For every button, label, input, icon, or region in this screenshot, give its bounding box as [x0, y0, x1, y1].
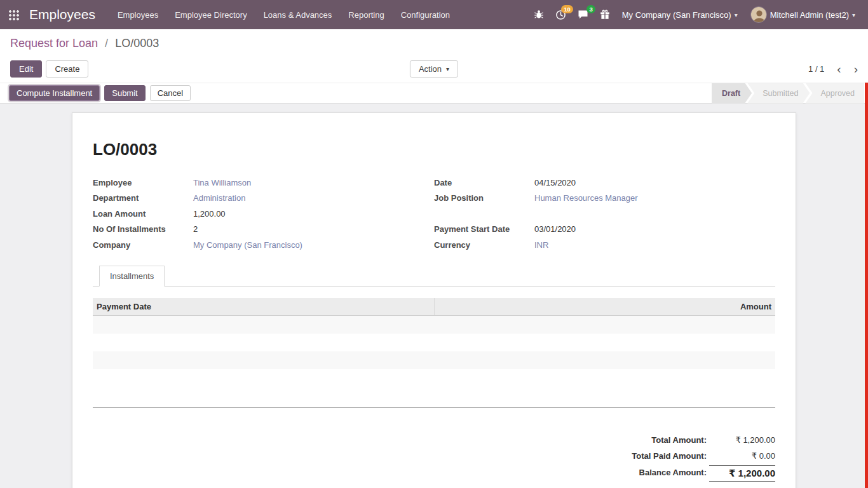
- gift-icon: [600, 10, 610, 20]
- field-value-employee[interactable]: Tina Williamson: [193, 178, 251, 187]
- breadcrumb: Request for Loan / LO/0003: [0, 29, 868, 55]
- systray: 10 3 My Company (San Fran: [528, 0, 862, 29]
- balance-amount-label: Balance Amount:: [639, 468, 707, 477]
- total-paid-value: ₹ 0.00: [709, 451, 775, 461]
- messages-button[interactable]: 3: [572, 0, 594, 29]
- total-paid-label: Total Paid Amount:: [632, 451, 707, 461]
- total-amount-value: ₹ 1,200.00: [709, 435, 775, 445]
- action-label: Action: [419, 64, 442, 74]
- user-menu[interactable]: Mitchell Admin (test2) ▾: [744, 0, 862, 29]
- apps-menu-button[interactable]: [0, 0, 27, 29]
- create-button[interactable]: Create: [46, 60, 88, 78]
- user-name: Mitchell Admin (test2): [770, 10, 849, 20]
- table-empty-row: [93, 316, 775, 334]
- company-switcher[interactable]: My Company (San Francisco) ▾: [616, 0, 744, 29]
- field-column-right: Date 04/15/2020 Job Position Human Resou…: [434, 175, 775, 253]
- field-label-company: Company: [93, 240, 193, 250]
- rewards-button[interactable]: [594, 0, 616, 29]
- activities-button[interactable]: 10: [550, 0, 572, 29]
- field-label-department: Department: [93, 193, 193, 203]
- control-row: Edit Create Action ▾ 1 / 1 ‹ ›: [0, 55, 868, 83]
- breadcrumb-current: LO/0003: [115, 37, 159, 50]
- status-approved[interactable]: Approved: [805, 83, 864, 104]
- table-empty-row: [93, 334, 775, 351]
- app-name[interactable]: Employees: [29, 7, 95, 22]
- field-grid: Employee Tina Williamson Department Admi…: [93, 175, 775, 253]
- field-label-currency: Currency: [434, 240, 534, 250]
- breadcrumb-parent[interactable]: Request for Loan: [10, 37, 98, 50]
- column-header-payment-date[interactable]: Payment Date: [93, 298, 434, 315]
- pager: 1 / 1 ‹ ›: [808, 63, 858, 75]
- right-edge-strip: [865, 83, 868, 488]
- field-label-installments: No Of Installments: [93, 224, 193, 234]
- menu-employees[interactable]: Employees: [109, 0, 166, 29]
- submit-button[interactable]: Submit: [104, 85, 145, 101]
- field-value-date: 04/15/2020: [534, 178, 576, 187]
- field-label-date: Date: [434, 178, 534, 187]
- field-label-payment-start-date: Payment Start Date: [434, 224, 534, 234]
- field-label-employee: Employee: [93, 178, 193, 187]
- field-column-left: Employee Tina Williamson Department Admi…: [93, 175, 434, 253]
- field-value-company[interactable]: My Company (San Francisco): [193, 240, 302, 250]
- content-area: LO/0003 Employee Tina Williamson Departm…: [0, 104, 868, 488]
- status-submitted[interactable]: Submitted: [747, 83, 810, 104]
- cancel-button[interactable]: Cancel: [150, 85, 191, 101]
- pager-previous-button[interactable]: ‹: [837, 63, 841, 75]
- chevron-down-icon: ▾: [735, 11, 738, 18]
- status-draft[interactable]: Draft: [712, 83, 752, 104]
- field-row-spacer: [434, 206, 775, 222]
- edit-button[interactable]: Edit: [10, 60, 42, 78]
- tab-installments[interactable]: Installments: [99, 266, 165, 287]
- column-header-amount[interactable]: Amount: [434, 298, 775, 315]
- debug-button[interactable]: [528, 0, 550, 29]
- chevron-down-icon: ▾: [446, 65, 449, 72]
- menu-loans-advances[interactable]: Loans & Advances: [255, 0, 341, 29]
- status-pipeline: Draft Submitted Approved: [712, 83, 864, 104]
- field-value-installments: 2: [193, 224, 198, 234]
- avatar: [750, 6, 767, 23]
- main-menu: Employees Employee Directory Loans & Adv…: [109, 0, 458, 29]
- company-name: My Company (San Francisco): [622, 10, 731, 20]
- table-empty-row: [93, 369, 775, 387]
- table-header: Payment Date Amount: [93, 298, 775, 316]
- field-value-currency[interactable]: INR: [534, 240, 548, 250]
- compute-installment-button[interactable]: Compute Installment: [9, 85, 100, 101]
- table-footer-divider: [93, 387, 775, 408]
- pager-next-button[interactable]: ›: [854, 63, 858, 75]
- field-value-department[interactable]: Administration: [193, 193, 245, 203]
- action-dropdown-button[interactable]: Action ▾: [410, 60, 458, 78]
- field-label-job-position: Job Position: [434, 193, 534, 203]
- top-navbar: Employees Employees Employee Directory L…: [0, 0, 868, 29]
- field-value-job-position[interactable]: Human Resources Manager: [534, 193, 638, 203]
- apps-grid-icon: [8, 10, 19, 20]
- pager-count: 1 / 1: [808, 64, 824, 74]
- notebook-tabs: Installments: [93, 266, 775, 287]
- field-value-payment-start-date: 03/01/2020: [534, 224, 576, 234]
- record-title: LO/0003: [93, 140, 775, 159]
- bug-icon: [534, 10, 544, 20]
- menu-configuration[interactable]: Configuration: [393, 0, 458, 29]
- breadcrumb-separator: /: [105, 37, 108, 50]
- chevron-down-icon: ▾: [852, 11, 855, 18]
- installments-table: Payment Date Amount: [93, 298, 775, 408]
- table-empty-row: [93, 351, 775, 369]
- total-amount-label: Total Amount:: [651, 435, 707, 445]
- field-value-loan-amount: 1,200.00: [193, 209, 226, 219]
- form-sheet: LO/0003 Employee Tina Williamson Departm…: [72, 112, 796, 488]
- balance-amount-value: ₹ 1,200.00: [709, 465, 775, 482]
- menu-employee-directory[interactable]: Employee Directory: [166, 0, 255, 29]
- totals-block: Total Amount: ₹ 1,200.00 Total Paid Amou…: [93, 432, 775, 482]
- table-body: [93, 316, 775, 387]
- menu-reporting[interactable]: Reporting: [340, 0, 392, 29]
- control-panel: Request for Loan / LO/0003 Edit Create A…: [0, 29, 868, 83]
- statusbar: Compute Installment Submit Cancel Draft …: [0, 83, 868, 104]
- field-label-loan-amount: Loan Amount: [93, 209, 193, 219]
